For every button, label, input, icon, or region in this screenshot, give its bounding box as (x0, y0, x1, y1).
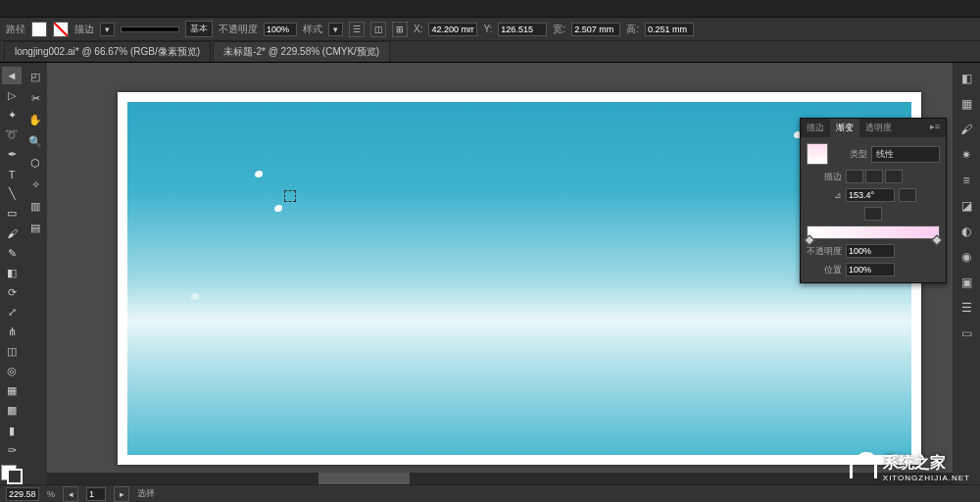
panel-tab-gradient[interactable]: 渐变 (830, 119, 859, 137)
panel-body: 类型 线性 描边 ⊿ 不透明度 位置 (801, 137, 946, 282)
brushes-panel-icon[interactable]: 🖌 (956, 120, 976, 139)
artboard-nav-prev-icon[interactable]: ◂ (63, 486, 78, 502)
perspective-tool-icon[interactable]: ▦ (2, 382, 22, 400)
h-label: 高: (626, 23, 639, 36)
scale-tool-icon[interactable]: ⤢ (2, 303, 22, 321)
transparency-panel-icon[interactable]: ◐ (956, 222, 976, 241)
scrollbar-thumb[interactable] (318, 473, 409, 484)
x-label: X: (414, 24, 422, 34)
paintbrush-tool-icon[interactable]: 🖌 (2, 225, 22, 242)
stroke-label: 描边 (74, 23, 94, 36)
document-tab[interactable]: 未标题-2* @ 229.58% (CMYK/预览) (213, 41, 390, 62)
w-label: 宽: (553, 23, 565, 36)
left-toolbar: ◄ ▷ ✦ ➰ ✒ T ╲ ▭ 🖌 ✎ ◧ ⟳ ⤢ ⋔ ◫ ◎ ▦ ▩ ▮ ✑ (0, 63, 24, 484)
rectangle-tool-icon[interactable]: ▭ (2, 205, 22, 223)
y-input[interactable] (498, 23, 547, 36)
opacity-input[interactable] (264, 23, 297, 36)
mesh-tool-icon[interactable]: ▩ (2, 402, 22, 420)
shape-builder-tool-icon[interactable]: ◎ (2, 363, 22, 380)
line-tool-icon[interactable]: ╲ (2, 185, 22, 203)
artboard-nav-next-icon[interactable]: ▸ (114, 486, 129, 502)
opacity-label: 不透明度 (219, 23, 258, 36)
x-input[interactable] (428, 23, 477, 36)
stroke-color-icon[interactable] (7, 469, 23, 484)
direct-selection-tool-icon[interactable]: ▷ (2, 86, 22, 104)
swatches-panel-icon[interactable]: ▦ (956, 94, 976, 114)
zoom-percent: % (47, 489, 55, 499)
reverse-gradient-btn[interactable] (864, 207, 882, 221)
angle-input[interactable] (846, 188, 895, 202)
location-input[interactable] (846, 263, 895, 276)
panel-tab-transparency[interactable]: 透明度 (859, 119, 898, 137)
fill-swatch[interactable] (31, 22, 47, 37)
watermark: 系统之家 XITONGZHIJIA.NET (850, 453, 970, 482)
gradient-type-drop[interactable]: 线性 (871, 146, 940, 163)
zoom-input[interactable] (6, 487, 39, 501)
selection-tool-icon[interactable]: ◄ (2, 67, 22, 84)
gradient-ramp[interactable] (807, 226, 940, 239)
stroke-profile-preview[interactable] (121, 26, 179, 32)
pencil-tool-icon[interactable]: ✎ (2, 244, 22, 262)
panel-tab-stroke[interactable]: 描边 (801, 119, 830, 137)
gradient-tool-icon[interactable]: ▮ (2, 422, 22, 439)
hand-tool-icon[interactable]: ✋ (25, 110, 45, 129)
panel-tab-bar: 描边 渐变 透明度 ▸≡ (801, 119, 946, 137)
current-tool-label: 选择 (137, 487, 155, 500)
panel-menu-icon[interactable]: ▸≡ (924, 119, 946, 137)
shape-mode-icon[interactable]: ◫ (370, 22, 386, 37)
aspect-lock-icon[interactable] (899, 188, 916, 202)
graphic-styles-icon[interactable]: ▣ (956, 273, 976, 292)
appearance-panel-icon[interactable]: ◉ (956, 247, 976, 267)
artboard-nav-input[interactable] (86, 487, 106, 501)
artboard-tool-icon[interactable]: ◰ (25, 67, 45, 86)
free-transform-tool-icon[interactable]: ◫ (2, 343, 22, 361)
stroke-panel-icon[interactable]: ≡ (956, 171, 976, 190)
transform-icon[interactable]: ⊞ (392, 22, 408, 37)
stroke-weight-drop[interactable]: ▾ (100, 23, 115, 36)
stroke-align-btn[interactable] (846, 170, 863, 183)
selection-marker[interactable] (284, 190, 296, 202)
magic-wand-tool-icon[interactable]: ✦ (2, 106, 22, 124)
y-label: Y: (483, 24, 492, 34)
watermark-text: 系统之家 (883, 453, 970, 474)
blend-tool-icon[interactable]: ⬡ (25, 153, 45, 173)
color-panel-icon[interactable]: ◧ (956, 69, 976, 88)
type-tool-icon[interactable]: T (2, 166, 22, 183)
stroke-align-btn[interactable] (885, 170, 903, 183)
location-label: 位置 (807, 264, 842, 276)
panel-opacity-label: 不透明度 (807, 245, 842, 258)
h-input[interactable] (645, 23, 694, 36)
symbols-panel-icon[interactable]: ✷ (956, 145, 976, 165)
zoom-tool-icon[interactable]: 🔍 (25, 131, 45, 151)
pen-tool-icon[interactable]: ✒ (2, 145, 22, 163)
style-label: 样式 (303, 23, 322, 36)
w-input[interactable] (571, 23, 620, 36)
lasso-tool-icon[interactable]: ➰ (2, 126, 22, 143)
gradient-preview-swatch[interactable] (807, 143, 828, 165)
path-label: 路径 (6, 23, 25, 36)
layers-panel-icon[interactable]: ☰ (956, 298, 976, 318)
artboards-panel-icon[interactable]: ▭ (956, 324, 976, 343)
panel-opacity-input[interactable] (846, 244, 895, 258)
align-icon[interactable]: ☰ (349, 22, 365, 37)
stroke-swatch[interactable] (53, 22, 69, 37)
document-tab[interactable]: longjing002.ai* @ 66.67% (RGB/像素预览) (4, 41, 211, 62)
symbol-sprayer-icon[interactable]: ✧ (25, 175, 45, 194)
width-tool-icon[interactable]: ⋔ (2, 323, 22, 340)
graph-tool-icon[interactable]: ▥ (25, 196, 45, 216)
petal-shape (255, 171, 263, 177)
horizontal-scrollbar[interactable] (47, 473, 953, 484)
slice-tool-icon[interactable]: ✂ (25, 88, 45, 108)
eyedropper-tool-icon[interactable]: ✑ (2, 441, 22, 459)
control-bar: 路径 描边 ▾ 基本 不透明度 样式 ▾ ☰ ◫ ⊞ X: Y: 宽: 高: (0, 18, 980, 41)
eraser-tool-icon[interactable]: ◧ (2, 264, 22, 281)
type-label: 类型 (832, 148, 867, 161)
panel-stroke-label: 描边 (807, 171, 842, 183)
fill-stroke-indicator[interactable] (1, 465, 23, 484)
style-drop[interactable]: ▾ (328, 23, 343, 36)
rotate-tool-icon[interactable]: ⟳ (2, 283, 22, 301)
column-graph-icon[interactable]: ▤ (25, 218, 45, 237)
profile-drop[interactable]: 基本 (185, 21, 213, 37)
gradient-panel-icon[interactable]: ◪ (956, 196, 976, 216)
stroke-align-btn[interactable] (865, 170, 883, 183)
